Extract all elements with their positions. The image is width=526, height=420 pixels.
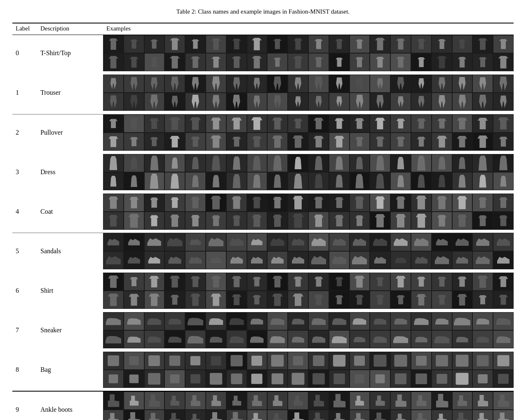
example-image-cell — [206, 291, 226, 309]
example-image-cell — [226, 35, 247, 53]
example-image-cell — [493, 392, 514, 410]
example-image-cell — [164, 35, 185, 53]
row-examples — [103, 154, 514, 190]
col-examples: Examples — [103, 23, 514, 35]
example-image-cell — [103, 251, 124, 269]
example-image-cell — [350, 53, 370, 71]
example-image-cell — [411, 154, 432, 172]
example-image-cell — [308, 212, 329, 230]
class-table: Label Description Examples 0T-Shirt/Top1… — [12, 23, 514, 420]
table-row: 1Trouser — [12, 75, 514, 111]
example-image-cell — [164, 392, 185, 410]
example-image-cell — [206, 154, 226, 172]
spacer-row — [12, 388, 514, 391]
example-image-cell — [267, 35, 288, 53]
example-image-cell — [329, 392, 350, 410]
example-image-cell — [247, 194, 268, 212]
example-image-cell — [226, 273, 247, 291]
col-label: Label — [12, 23, 37, 35]
example-image-cell — [226, 312, 247, 330]
example-image-cell — [267, 154, 288, 172]
col-description: Description — [37, 23, 103, 35]
example-image-cell — [247, 291, 268, 309]
example-image-cell — [350, 352, 370, 370]
table-row: 8Bag — [12, 352, 514, 388]
example-image-cell — [472, 133, 493, 151]
example-image-cell — [144, 312, 165, 330]
example-image-cell — [267, 114, 288, 133]
example-image-cell — [472, 212, 493, 230]
example-image-cell — [226, 75, 247, 93]
spacer-row — [12, 269, 514, 273]
example-image-cell — [164, 212, 185, 230]
example-image-cell — [247, 133, 268, 151]
example-image-cell — [329, 194, 350, 212]
example-image-cell — [288, 291, 308, 309]
example-image-cell — [432, 93, 452, 111]
example-image-cell — [206, 75, 226, 93]
example-image-cell — [288, 392, 308, 410]
example-image-cell — [493, 133, 514, 151]
example-image-cell — [124, 133, 144, 151]
example-image-cell — [411, 172, 432, 190]
example-image-cell — [206, 352, 226, 370]
example-image-cell — [411, 194, 432, 212]
row-examples — [103, 312, 514, 348]
example-image-cell — [288, 35, 308, 53]
example-image-cell — [144, 75, 165, 93]
example-image-cell — [124, 291, 144, 309]
example-image-cell — [247, 53, 268, 71]
row-description: Ankle boots — [37, 391, 103, 420]
example-image-cell — [432, 410, 452, 420]
example-image-cell — [185, 392, 206, 410]
example-image-cell — [390, 172, 411, 190]
example-image-cell — [493, 212, 514, 230]
example-image-cell — [288, 233, 308, 251]
example-image-cell — [308, 410, 329, 420]
example-image-cell — [164, 251, 185, 269]
example-image-cell — [144, 273, 165, 291]
example-image-cell — [493, 410, 514, 420]
example-image-cell — [452, 172, 473, 190]
example-image-cell — [226, 114, 247, 133]
row-label: 6 — [12, 273, 37, 309]
example-image-cell — [350, 312, 370, 330]
example-image-cell — [390, 114, 411, 133]
example-image-cell — [472, 291, 493, 309]
example-image-cell — [288, 352, 308, 370]
example-image-cell — [350, 330, 370, 348]
example-image-cell — [103, 330, 124, 348]
example-image-cell — [144, 194, 165, 212]
example-image-cell — [308, 330, 329, 348]
example-image-cell — [185, 172, 206, 190]
example-image-cell — [493, 233, 514, 251]
example-image-cell — [370, 114, 390, 133]
example-image-cell — [103, 312, 124, 330]
example-image-cell — [452, 133, 473, 151]
example-image-cell — [329, 291, 350, 309]
example-image-cell — [267, 53, 288, 71]
example-image-cell — [308, 233, 329, 251]
example-image-cell — [267, 392, 288, 410]
row-examples — [103, 35, 514, 72]
example-image-cell — [124, 53, 144, 71]
example-image-cell — [390, 273, 411, 291]
example-image-cell — [247, 93, 268, 111]
example-image-cell — [472, 172, 493, 190]
example-image-cell — [247, 370, 268, 388]
example-image-cell — [144, 212, 165, 230]
example-image-cell — [164, 93, 185, 111]
example-image-cell — [370, 273, 390, 291]
table-row: 2Pullover — [12, 114, 514, 151]
example-image-cell — [267, 172, 288, 190]
example-image-cell — [472, 93, 493, 111]
example-image-cell — [206, 114, 226, 133]
example-image-cell — [288, 172, 308, 190]
example-image-cell — [267, 251, 288, 269]
example-image-cell — [267, 312, 288, 330]
example-image-cell — [452, 53, 473, 71]
example-image-cell — [370, 212, 390, 230]
example-image-cell — [185, 212, 206, 230]
example-image-cell — [164, 233, 185, 251]
example-image-cell — [164, 352, 185, 370]
